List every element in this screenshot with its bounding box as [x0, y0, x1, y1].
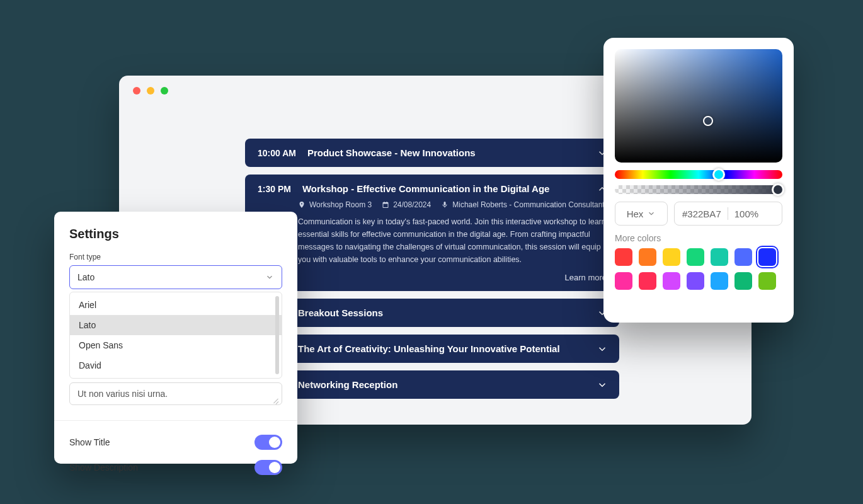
scrollbar[interactable] — [275, 296, 279, 374]
color-value-input[interactable]: #322BA7 100% — [674, 202, 782, 226]
agenda-item[interactable]: 1:30 PM Workshop - Effective Communicati… — [245, 175, 619, 291]
color-swatch[interactable] — [639, 248, 656, 266]
agenda-meta: Workshop Room 3 24/08/2024 Michael Rober… — [258, 200, 607, 209]
agenda-speaker: Michael Roberts - Communication Consulta… — [452, 200, 604, 209]
alpha-thumb-icon[interactable] — [772, 183, 784, 196]
color-picker-panel: Hex #322BA7 100% More colors — [603, 38, 794, 323]
toggle-label: Show Description — [69, 462, 138, 472]
settings-title: Settings — [69, 227, 282, 241]
color-swatch[interactable] — [687, 248, 704, 266]
alpha-slider[interactable] — [615, 185, 782, 194]
window-minimize-dot[interactable] — [147, 87, 154, 94]
location-icon — [298, 201, 306, 209]
color-swatch[interactable] — [687, 272, 704, 290]
color-swatch[interactable] — [711, 248, 728, 266]
color-swatch[interactable] — [711, 272, 728, 290]
settings-panel: Settings Font type Lato Ariel Lato Open … — [54, 212, 297, 464]
color-swatch[interactable] — [758, 272, 776, 290]
font-type-label: Font type — [69, 253, 282, 261]
agenda-list: 10:00 AM Product Showcase - New Innovati… — [245, 139, 619, 406]
agenda-time: 1:30 PM — [258, 184, 291, 194]
calendar-icon — [382, 201, 389, 209]
agenda-title: Workshop - Effective Communication in th… — [302, 183, 550, 194]
agenda-date: 24/08/2024 — [393, 200, 431, 209]
agenda-title: Breakout Sessions — [298, 307, 383, 318]
color-swatch[interactable] — [734, 248, 752, 266]
font-option[interactable]: Lato — [70, 315, 282, 335]
color-swatch[interactable] — [663, 248, 680, 266]
color-alpha-value: 100% — [734, 209, 758, 219]
color-swatch[interactable] — [615, 272, 632, 290]
agenda-item[interactable]: The Art of Creativity: Unleashing Your I… — [245, 335, 619, 363]
font-select[interactable]: Lato — [69, 265, 282, 289]
sample-text-input[interactable]: Ut non varius nisi urna. — [69, 382, 282, 405]
chevron-down-icon[interactable] — [597, 343, 608, 355]
agenda-location: Workshop Room 3 — [309, 200, 372, 209]
hue-slider[interactable] — [615, 170, 782, 179]
window-zoom-dot[interactable] — [161, 87, 168, 94]
font-select-value: Lato — [77, 272, 94, 282]
sample-text-value: Ut non varius nisi urna. — [77, 389, 168, 399]
agenda-title: Networking Reception — [298, 379, 397, 390]
color-mode-value: Hex — [627, 209, 644, 219]
agenda-title: The Art of Creativity: Unleashing Your I… — [298, 343, 560, 354]
toggle-label: Show Title — [69, 437, 110, 447]
separator — [728, 207, 728, 220]
show-description-toggle[interactable] — [254, 460, 282, 475]
agenda-item[interactable]: Breakout Sessions — [245, 299, 619, 327]
color-swatch[interactable] — [734, 272, 752, 290]
mic-icon — [441, 201, 449, 209]
color-mode-select[interactable]: Hex — [615, 202, 668, 226]
window-close-dot[interactable] — [133, 87, 140, 94]
agenda-item[interactable]: 10:00 AM Product Showcase - New Innovati… — [245, 139, 619, 167]
color-swatch[interactable] — [758, 248, 776, 266]
agenda-time: 10:00 AM — [258, 148, 296, 158]
chevron-down-icon — [647, 209, 656, 218]
swatch-grid — [615, 248, 782, 290]
divider — [54, 420, 297, 421]
font-dropdown: Ariel Lato Open Sans David — [69, 292, 282, 379]
agenda-description: Communication is key in today's fast-pac… — [258, 215, 607, 266]
font-option[interactable]: Open Sans — [70, 335, 282, 355]
agenda-title: Product Showcase - New Innovations — [307, 147, 476, 158]
chevron-down-icon — [265, 273, 274, 282]
color-hex-value: #322BA7 — [682, 209, 721, 219]
resize-handle-icon[interactable] — [273, 396, 279, 403]
saturation-value-area[interactable] — [615, 49, 782, 163]
agenda-item[interactable]: Networking Reception — [245, 370, 619, 399]
sv-cursor-icon[interactable] — [703, 116, 713, 126]
font-option[interactable]: David — [70, 355, 282, 375]
color-swatch[interactable] — [639, 272, 656, 290]
show-title-toggle[interactable] — [254, 435, 282, 450]
font-option[interactable]: Ariel — [70, 295, 282, 315]
learn-more-link[interactable]: Learn more — [565, 273, 607, 282]
hue-thumb-icon[interactable] — [712, 168, 725, 181]
color-swatch[interactable] — [663, 272, 680, 290]
chevron-down-icon[interactable] — [597, 379, 608, 391]
more-colors-label: More colors — [615, 233, 782, 243]
color-swatch[interactable] — [615, 248, 632, 266]
